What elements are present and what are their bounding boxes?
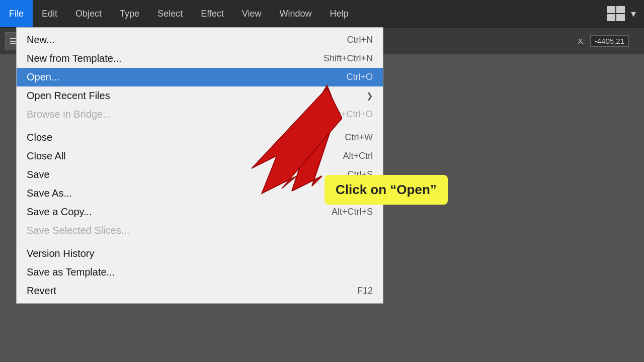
- menu-item-new[interactable]: New... Ctrl+N: [17, 31, 383, 49]
- separator-2: [17, 242, 383, 242]
- menubar-item-file[interactable]: File: [0, 0, 33, 27]
- menubar-item-select[interactable]: Select: [148, 0, 192, 27]
- menubar-item-view[interactable]: View: [233, 0, 271, 27]
- menu-item-open-recent-label: Open Recent Files: [27, 90, 110, 102]
- menu-item-close-all[interactable]: Close All Alt+Ctrl: [17, 147, 383, 165]
- tooltip-text: Click on “Open”: [336, 182, 437, 197]
- menu-item-browse-bridge: Browse in Bridge... Alt+Ctrl+O: [17, 105, 383, 124]
- menu-item-save-copy-label: Save a Copy...: [27, 206, 92, 218]
- open-recent-arrow-icon: ❯: [366, 91, 373, 101]
- menu-item-new-shortcut: Ctrl+N: [347, 35, 373, 45]
- menu-item-version-history[interactable]: Version History: [17, 244, 383, 263]
- menu-item-save-slices-label: Save Selected Slices...: [27, 225, 130, 236]
- menu-item-new-from-template-shortcut: Shift+Ctrl+N: [324, 53, 373, 64]
- menu-item-new-label: New...: [27, 34, 55, 46]
- menu-item-open-label: Open...: [27, 71, 60, 83]
- menu-item-close[interactable]: Close Ctrl+W: [17, 128, 383, 147]
- menubar-item-object[interactable]: Object: [66, 0, 111, 27]
- menubar: File Edit Object Type Select Effect View…: [0, 0, 644, 27]
- menu-item-version-history-label: Version History: [27, 248, 95, 259]
- menu-item-close-label: Close: [27, 132, 52, 143]
- menubar-item-type[interactable]: Type: [111, 0, 148, 27]
- menu-item-save-label: Save: [27, 169, 50, 180]
- menu-item-revert[interactable]: Revert F12: [17, 282, 383, 300]
- menu-item-save-template-label: Save as Template...: [27, 266, 115, 278]
- coord-label: X:: [578, 37, 585, 45]
- menu-item-browse-bridge-shortcut: Alt+Ctrl+O: [331, 109, 373, 120]
- workspace-icon: [607, 6, 625, 21]
- coord-value[interactable]: -4405,21: [590, 35, 629, 47]
- menu-item-save-slices: Save Selected Slices...: [17, 221, 383, 240]
- menu-item-revert-shortcut: F12: [357, 286, 373, 296]
- menu-item-new-from-template[interactable]: New from Template... Shift+Ctrl+N: [17, 49, 383, 68]
- menu-item-save-as-label: Save As...: [27, 188, 72, 199]
- workspace-chevron-icon[interactable]: ▾: [631, 8, 636, 20]
- menubar-item-window[interactable]: Window: [271, 0, 321, 27]
- menubar-item-effect[interactable]: Effect: [192, 0, 233, 27]
- menu-item-open-recent[interactable]: Open Recent Files ❯: [17, 86, 383, 105]
- menu-item-save-template[interactable]: Save as Template...: [17, 263, 383, 282]
- file-dropdown-menu: New... Ctrl+N New from Template... Shift…: [16, 27, 383, 304]
- menu-item-close-all-shortcut: Alt+Ctrl: [343, 151, 373, 161]
- coord-display: X: -4405,21: [578, 37, 639, 45]
- menu-item-browse-bridge-label: Browse in Bridge...: [27, 109, 111, 120]
- menu-item-revert-label: Revert: [27, 285, 56, 297]
- menu-item-close-shortcut: Ctrl+W: [345, 132, 373, 143]
- menu-item-open-shortcut: Ctrl+O: [346, 72, 373, 82]
- menu-item-open[interactable]: Open... Ctrl+O: [17, 68, 383, 86]
- separator-1: [17, 126, 383, 126]
- menu-item-new-from-template-label: New from Template...: [27, 53, 122, 64]
- menubar-right: ▾: [607, 6, 644, 21]
- menu-item-close-all-label: Close All: [27, 150, 66, 162]
- menubar-item-edit[interactable]: Edit: [33, 0, 66, 27]
- menu-item-save-copy[interactable]: Save a Copy... Alt+Ctrl+S: [17, 203, 383, 221]
- menu-item-save-copy-shortcut: Alt+Ctrl+S: [332, 207, 373, 217]
- menubar-item-help[interactable]: Help: [321, 0, 358, 27]
- tooltip-box: Click on “Open”: [325, 175, 448, 205]
